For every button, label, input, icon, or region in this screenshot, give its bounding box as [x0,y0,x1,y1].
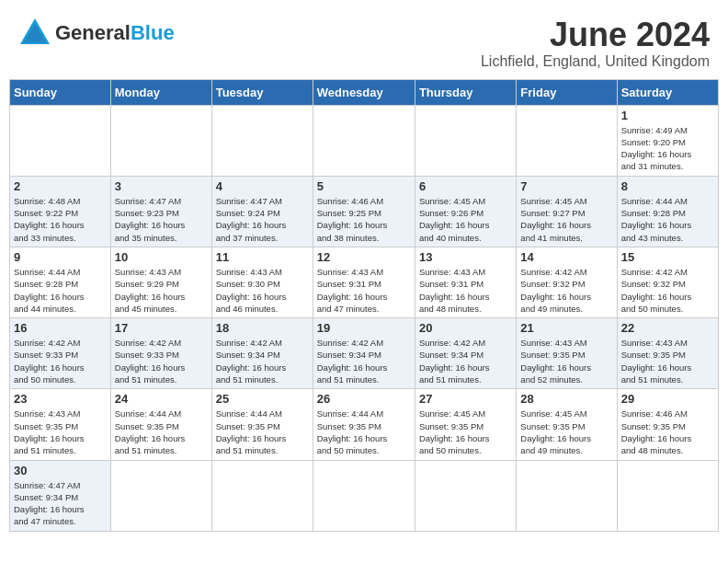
calendar-week-row: 1Sunrise: 4:49 AM Sunset: 9:20 PM Daylig… [10,105,719,176]
calendar-cell: 16Sunrise: 4:42 AM Sunset: 9:33 PM Dayli… [10,318,111,389]
weekday-header-monday: Monday [110,79,211,105]
calendar-week-row: 30Sunrise: 4:47 AM Sunset: 9:34 PM Dayli… [10,460,719,531]
logo: GeneralBlue [18,17,175,50]
calendar-cell [313,105,415,176]
day-info: Sunrise: 4:43 AM Sunset: 9:30 PM Dayligh… [216,266,309,315]
day-info: Sunrise: 4:43 AM Sunset: 9:31 PM Dayligh… [317,266,411,315]
calendar-cell [10,105,111,176]
calendar-cell [110,460,211,531]
calendar-cell: 22Sunrise: 4:43 AM Sunset: 9:35 PM Dayli… [617,318,718,389]
calendar-cell: 11Sunrise: 4:43 AM Sunset: 9:30 PM Dayli… [211,247,313,317]
day-number: 24 [115,392,208,406]
logo-icon: GeneralBlue [18,17,175,50]
day-info: Sunrise: 4:47 AM Sunset: 9:24 PM Dayligh… [216,195,309,244]
day-info: Sunrise: 4:43 AM Sunset: 9:35 PM Dayligh… [14,408,107,456]
day-number: 11 [216,250,309,264]
day-info: Sunrise: 4:45 AM Sunset: 9:35 PM Dayligh… [520,408,612,456]
day-info: Sunrise: 4:47 AM Sunset: 9:34 PM Dayligh… [14,479,107,528]
calendar-cell: 10Sunrise: 4:43 AM Sunset: 9:29 PM Dayli… [110,247,211,317]
day-number: 14 [520,250,612,264]
day-info: Sunrise: 4:44 AM Sunset: 9:35 PM Dayligh… [115,408,208,456]
day-info: Sunrise: 4:43 AM Sunset: 9:31 PM Dayligh… [419,266,512,315]
day-number: 26 [317,392,411,406]
calendar-week-row: 23Sunrise: 4:43 AM Sunset: 9:35 PM Dayli… [10,389,719,460]
calendar-cell: 4Sunrise: 4:47 AM Sunset: 9:24 PM Daylig… [211,176,313,247]
day-number: 21 [520,321,612,335]
day-number: 8 [621,179,714,193]
day-number: 17 [115,321,208,335]
day-number: 6 [419,179,512,193]
day-info: Sunrise: 4:44 AM Sunset: 9:28 PM Dayligh… [14,266,107,315]
day-info: Sunrise: 4:43 AM Sunset: 9:35 PM Dayligh… [520,337,612,385]
day-info: Sunrise: 4:42 AM Sunset: 9:32 PM Dayligh… [621,266,714,315]
day-info: Sunrise: 4:43 AM Sunset: 9:35 PM Dayligh… [621,337,714,385]
calendar-cell [415,460,516,531]
calendar-cell [313,460,415,531]
day-info: Sunrise: 4:44 AM Sunset: 9:28 PM Dayligh… [621,195,714,244]
day-info: Sunrise: 4:47 AM Sunset: 9:23 PM Dayligh… [115,195,208,244]
calendar-cell: 2Sunrise: 4:48 AM Sunset: 9:22 PM Daylig… [10,176,111,247]
day-number: 13 [419,250,512,264]
calendar-week-row: 2Sunrise: 4:48 AM Sunset: 9:22 PM Daylig… [10,176,719,247]
day-info: Sunrise: 4:42 AM Sunset: 9:34 PM Dayligh… [419,337,512,385]
calendar-cell: 15Sunrise: 4:42 AM Sunset: 9:32 PM Dayli… [617,247,718,317]
calendar-cell: 8Sunrise: 4:44 AM Sunset: 9:28 PM Daylig… [617,176,718,247]
day-number: 20 [419,321,512,335]
day-number: 3 [115,179,208,193]
weekday-header-sunday: Sunday [10,79,111,105]
weekday-header-row: SundayMondayTuesdayWednesdayThursdayFrid… [10,79,719,105]
day-info: Sunrise: 4:42 AM Sunset: 9:33 PM Dayligh… [14,337,107,385]
weekday-header-tuesday: Tuesday [211,79,313,105]
calendar-week-row: 16Sunrise: 4:42 AM Sunset: 9:33 PM Dayli… [10,318,719,389]
day-number: 2 [14,179,107,193]
calendar-cell: 12Sunrise: 4:43 AM Sunset: 9:31 PM Dayli… [313,247,415,317]
calendar-cell [211,460,313,531]
day-number: 27 [419,392,512,406]
calendar-cell [617,460,718,531]
day-number: 18 [216,321,309,335]
calendar-table: SundayMondayTuesdayWednesdayThursdayFrid… [9,79,719,532]
weekday-header-friday: Friday [517,79,617,105]
calendar-cell: 20Sunrise: 4:42 AM Sunset: 9:34 PM Dayli… [415,318,516,389]
day-info: Sunrise: 4:42 AM Sunset: 9:34 PM Dayligh… [216,337,309,385]
calendar-cell: 1Sunrise: 4:49 AM Sunset: 9:20 PM Daylig… [617,105,718,176]
calendar-cell [517,460,617,531]
calendar-cell: 18Sunrise: 4:42 AM Sunset: 9:34 PM Dayli… [211,318,313,389]
day-info: Sunrise: 4:46 AM Sunset: 9:35 PM Dayligh… [621,408,714,456]
calendar-cell [517,105,617,176]
calendar-cell: 21Sunrise: 4:43 AM Sunset: 9:35 PM Dayli… [517,318,617,389]
day-number: 5 [317,179,411,193]
day-info: Sunrise: 4:42 AM Sunset: 9:32 PM Dayligh… [520,266,612,315]
weekday-header-saturday: Saturday [617,79,718,105]
day-number: 23 [14,392,107,406]
weekday-header-wednesday: Wednesday [313,79,415,105]
calendar-cell: 7Sunrise: 4:45 AM Sunset: 9:27 PM Daylig… [517,176,617,247]
calendar-cell: 19Sunrise: 4:42 AM Sunset: 9:34 PM Dayli… [313,318,415,389]
day-info: Sunrise: 4:45 AM Sunset: 9:27 PM Dayligh… [520,195,612,244]
weekday-header-thursday: Thursday [415,79,516,105]
day-number: 15 [621,250,714,264]
calendar-cell: 26Sunrise: 4:44 AM Sunset: 9:35 PM Dayli… [313,389,415,460]
calendar-cell: 9Sunrise: 4:44 AM Sunset: 9:28 PM Daylig… [10,247,111,317]
day-info: Sunrise: 4:43 AM Sunset: 9:29 PM Dayligh… [115,266,208,315]
calendar-cell: 17Sunrise: 4:42 AM Sunset: 9:33 PM Dayli… [110,318,211,389]
calendar-cell: 29Sunrise: 4:46 AM Sunset: 9:35 PM Dayli… [617,389,718,460]
calendar-cell: 6Sunrise: 4:45 AM Sunset: 9:26 PM Daylig… [415,176,516,247]
calendar-cell: 25Sunrise: 4:44 AM Sunset: 9:35 PM Dayli… [211,389,313,460]
calendar-cell: 5Sunrise: 4:46 AM Sunset: 9:25 PM Daylig… [313,176,415,247]
day-info: Sunrise: 4:45 AM Sunset: 9:35 PM Dayligh… [419,408,512,456]
calendar-cell: 14Sunrise: 4:42 AM Sunset: 9:32 PM Dayli… [517,247,617,317]
calendar-cell [415,105,516,176]
day-info: Sunrise: 4:46 AM Sunset: 9:25 PM Dayligh… [317,195,411,244]
day-number: 19 [317,321,411,335]
logo-svg [18,17,51,50]
day-info: Sunrise: 4:42 AM Sunset: 9:34 PM Dayligh… [317,337,411,385]
title-area: June 2024 Lichfield, England, United Kin… [481,17,710,70]
day-number: 7 [520,179,612,193]
calendar-cell: 23Sunrise: 4:43 AM Sunset: 9:35 PM Dayli… [10,389,111,460]
day-info: Sunrise: 4:45 AM Sunset: 9:26 PM Dayligh… [419,195,512,244]
day-number: 16 [14,321,107,335]
day-number: 28 [520,392,612,406]
day-info: Sunrise: 4:48 AM Sunset: 9:22 PM Dayligh… [14,195,107,244]
day-info: Sunrise: 4:49 AM Sunset: 9:20 PM Dayligh… [621,124,714,173]
